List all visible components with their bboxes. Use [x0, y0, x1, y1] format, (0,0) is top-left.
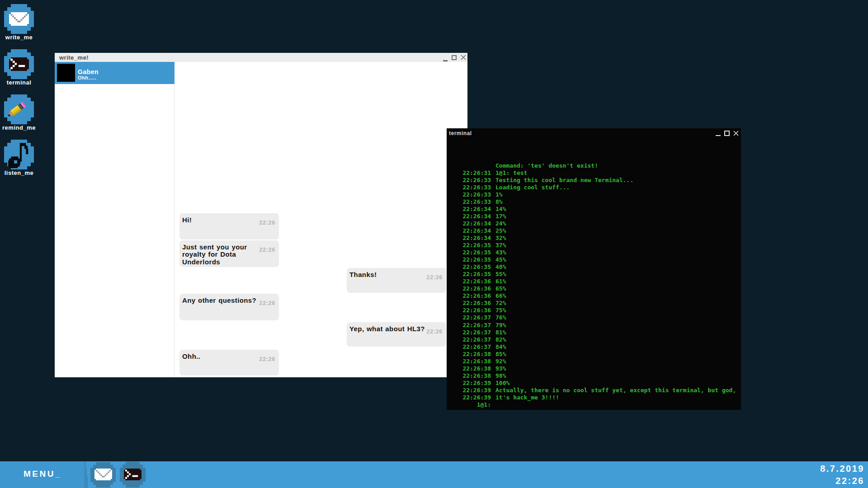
chat-bubble-incoming: Ohh..22:26	[179, 350, 279, 375]
terminal-window: terminal Command: 'tes' doesn't exist!22…	[447, 128, 741, 410]
terminal-line-text: Actually, there is no cool stuff yet, ex…	[495, 387, 736, 394]
terminal-line-timestamp: 22:26:34	[459, 213, 491, 220]
terminal-line-text: 14%	[495, 206, 506, 213]
taskbar-time: 22:26	[820, 475, 864, 487]
terminal-line: 22:26:3537%	[459, 242, 738, 249]
desktop-icon-terminal[interactable]: terminal	[0, 49, 38, 94]
terminal-line-timestamp: 22:26:36	[459, 307, 491, 314]
chat-bubble-timestamp: 22:26	[259, 356, 275, 362]
terminal-line-text: 92%	[495, 358, 506, 365]
terminal-line: 22:26:3779%	[459, 322, 738, 329]
chat-bubble-incoming: Any other questions?22:26	[179, 294, 279, 320]
terminal-line-text: 1@1: test	[495, 169, 527, 177]
desktop-icon-listen_me[interactable]: listen_me	[0, 140, 38, 185]
terminal-line-timestamp: 22:26:37	[459, 329, 491, 336]
terminal-line-text: 17%	[495, 213, 506, 220]
terminal-line-text: 82%	[495, 336, 506, 343]
chat-bubble-timestamp: 22:26	[259, 246, 275, 253]
terminal-line-text: 37%	[495, 242, 506, 249]
terminal-line: 22:26:3432%	[459, 235, 738, 242]
close-button[interactable]	[461, 55, 466, 60]
terminal-line: 22:26:3672%	[459, 300, 738, 307]
terminal-line: 22:26:3425%	[459, 227, 738, 235]
terminal-line-text: 32%	[495, 235, 506, 242]
contact-name: Gaben	[78, 68, 99, 75]
terminal-line: 22:26:3885%	[459, 351, 738, 358]
taskbar-clock: 8.7.2019 22:26	[820, 463, 864, 487]
terminal-line: 22:26:39Actually, there is no cool stuff…	[459, 387, 738, 394]
terminal-line: 22:26:3776%	[459, 314, 738, 321]
terminal-window-title: terminal	[449, 130, 472, 136]
terminal-line-timestamp: 22:26:35	[459, 249, 491, 256]
terminal-line-timestamp: 22:26:37	[459, 322, 491, 329]
maximize-button[interactable]	[452, 55, 457, 60]
terminal-line-text: it's hack_me 3!!!!	[495, 394, 559, 401]
terminal-line-timestamp: 22:26:33	[459, 191, 491, 198]
minimize-button[interactable]	[443, 60, 448, 61]
write-me-titlebar[interactable]: write_me!	[55, 53, 467, 62]
terminal-line-text: 76%	[495, 314, 506, 321]
terminal-line-timestamp	[459, 162, 491, 169]
terminal-line-text: 85%	[495, 351, 506, 358]
terminal-line-timestamp: 22:26:33	[459, 184, 491, 191]
terminal-line-text: Loading cool stuff...	[495, 184, 570, 191]
terminal-line-text: 48%	[495, 263, 506, 271]
terminal-line-text: 25%	[495, 227, 506, 235]
terminal-line-text: 100%	[495, 380, 509, 387]
terminal-line: 22:26:3555%	[459, 271, 738, 278]
terminal-line-timestamp: 22:26:31	[459, 169, 491, 177]
contact-avatar	[57, 64, 75, 82]
desktop-icon-remind_me[interactable]: remind_me	[0, 94, 38, 140]
terminal-line: 22:26:39100%	[459, 380, 738, 387]
desktop-icon-write_me[interactable]: write_me	[0, 4, 38, 49]
desktop-icon-label: remind_me	[0, 124, 47, 131]
terminal-line-timestamp: 22:26:38	[459, 351, 491, 358]
terminal-line-timestamp: 22:26:34	[459, 220, 491, 227]
terminal-line-text: 84%	[495, 343, 506, 351]
terminal-line: 22:26:3784%	[459, 343, 738, 351]
terminal-line-timestamp: 22:26:35	[459, 271, 491, 278]
terminal-line-text: 55%	[495, 271, 506, 278]
chat-bubble-outgoing: Thanks!22:26	[347, 268, 446, 293]
maximize-button[interactable]	[724, 131, 730, 136]
terminal-line: 22:26:3548%	[459, 263, 738, 271]
terminal-output[interactable]: Command: 'tes' doesn't exist!22:26:311@1…	[459, 162, 738, 409]
terminal-line-text: 79%	[495, 322, 506, 329]
terminal-line: 22:26:331%	[459, 191, 738, 198]
terminal-line-text: 45%	[495, 256, 506, 263]
taskbar: MENU_ 8.7.2019 22:26	[0, 461, 868, 488]
chat-bubble-incoming: Hi!22:26	[179, 213, 279, 239]
terminal-line-timestamp: 22:26:35	[459, 263, 491, 271]
terminal-line-timestamp: 22:26:35	[459, 242, 491, 249]
terminal-line: 22:26:3666%	[459, 292, 738, 300]
terminal-line-timestamp: 1@1:	[459, 401, 491, 408]
terminal-line-timestamp: 22:26:39	[459, 380, 491, 387]
terminal-line-text: 75%	[495, 307, 506, 314]
close-button[interactable]	[733, 131, 739, 136]
terminal-titlebar[interactable]: terminal	[447, 128, 741, 138]
terminal-line-timestamp: 22:26:37	[459, 314, 491, 321]
terminal-line-text: 66%	[495, 292, 506, 300]
terminal-line: 22:26:3543%	[459, 249, 738, 256]
terminal-line-timestamp: 22:26:34	[459, 235, 491, 242]
terminal-line: 22:26:3424%	[459, 220, 738, 227]
terminal-prompt-line: 1@1:	[459, 401, 738, 408]
chat-bubble-timestamp: 22:26	[426, 328, 443, 335]
terminal-line: 22:26:3417%	[459, 213, 738, 220]
taskbar-date: 8.7.2019	[820, 463, 864, 475]
terminal-icon	[4, 49, 34, 79]
terminal-line-text: 93%	[495, 365, 506, 372]
terminal-line-text: 1%	[495, 191, 503, 198]
terminal-line-timestamp: 22:26:38	[459, 365, 491, 372]
desktop-icon-label: listen_me	[0, 169, 47, 176]
music-note-icon	[4, 140, 34, 169]
contact-preview: Ohh.....	[78, 75, 96, 80]
contact-row-gaben[interactable]: Gaben Ohh.....	[55, 62, 175, 84]
pencil-icon	[4, 94, 34, 124]
terminal-line-text: Testing this cool brand new Terminal...	[495, 177, 633, 184]
terminal-line: 22:26:311@1: test	[459, 169, 738, 177]
taskbar-app-terminal terminal-icon[interactable]	[124, 469, 142, 480]
terminal-line-timestamp: 22:26:36	[459, 292, 491, 300]
minimize-button[interactable]	[716, 135, 721, 136]
taskbar-app-write_me envelope-icon[interactable]	[94, 469, 112, 480]
